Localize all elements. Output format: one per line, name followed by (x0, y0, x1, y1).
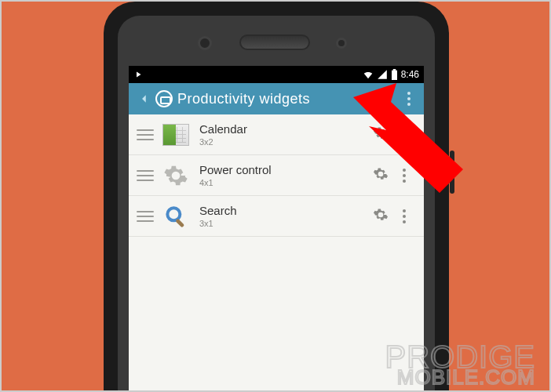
widget-thumbnail-calendar (162, 121, 190, 149)
page-title: Productivity widgets (177, 91, 370, 107)
play-store-icon (133, 70, 143, 79)
drag-handle-icon[interactable] (137, 211, 154, 222)
widget-thumbnail-search (162, 202, 190, 230)
screen: 8:46 Productivity widgets + (129, 66, 424, 392)
item-overflow-button[interactable] (392, 166, 416, 185)
widget-name: Search (199, 204, 369, 217)
phone-speaker (239, 34, 310, 50)
drag-handle-icon[interactable] (137, 170, 154, 181)
widget-thumbnail-gear (162, 162, 190, 190)
app-logo-icon (155, 90, 173, 107)
phone-frame: 8:46 Productivity widgets + (104, 2, 449, 392)
widget-size: 4x1 (199, 178, 369, 187)
list-item[interactable]: Search 3x1 (129, 196, 424, 237)
wifi-icon (363, 69, 374, 80)
svg-point-0 (167, 208, 180, 220)
list-item[interactable]: Power control 4x1 (129, 155, 424, 196)
phone-sensor (336, 38, 347, 49)
drag-handle-icon[interactable] (137, 129, 154, 140)
add-button[interactable]: + (370, 88, 399, 110)
widget-size: 3x2 (199, 137, 369, 147)
status-time: 8:46 (401, 69, 419, 80)
back-button[interactable] (133, 88, 155, 110)
widget-name: Power control (199, 163, 369, 176)
widget-size: 3x1 (199, 219, 369, 228)
item-overflow-button[interactable] (392, 125, 416, 144)
app-bar: Productivity widgets + (129, 83, 424, 114)
battery-icon (391, 69, 398, 80)
svg-rect-1 (175, 218, 184, 227)
signal-icon (377, 69, 388, 80)
item-overflow-button[interactable] (392, 207, 416, 226)
settings-button[interactable] (369, 207, 392, 226)
settings-button[interactable] (369, 166, 392, 185)
phone-camera (198, 36, 212, 50)
list-item[interactable]: Calendar 3x2 (129, 114, 424, 155)
widget-name: Calendar (199, 122, 369, 136)
overflow-menu-button[interactable] (399, 89, 419, 108)
status-bar: 8:46 (129, 66, 424, 83)
phone-side-button (450, 151, 454, 194)
settings-button[interactable] (369, 125, 392, 144)
